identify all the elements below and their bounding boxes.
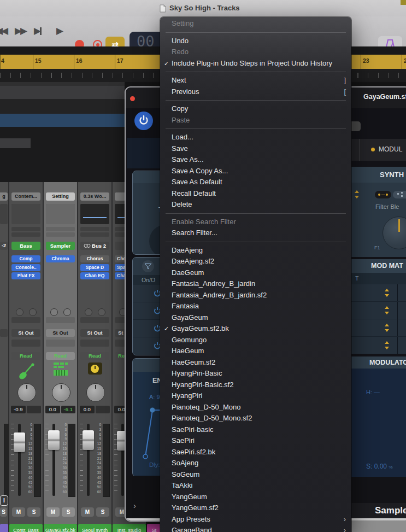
menu-item[interactable]: Save As Default (160, 177, 351, 188)
channel-setting-button[interactable]: g (0, 192, 8, 201)
eq-slot[interactable] (11, 204, 40, 224)
menu-item[interactable]: DaeAjeng.sf2 (160, 256, 351, 267)
filter-parallel-toggle[interactable] (393, 191, 406, 198)
menu-item[interactable]: ✓GayaGeum.sf2.bk (160, 323, 351, 335)
audio-fx-slot[interactable] (46, 232, 75, 237)
output-button[interactable]: St Out (80, 329, 109, 337)
menu-item[interactable]: SaePiri (160, 435, 351, 447)
synth-section-header[interactable]: SYNTH (350, 167, 406, 183)
input-monitor-button[interactable]: I (0, 495, 8, 506)
channel-setting-button[interactable]: Contem... (11, 192, 40, 201)
volume-fader[interactable]: 03691215182124303540455060 (45, 424, 75, 496)
menu-item[interactable]: Copy (160, 103, 351, 115)
send-knobs[interactable] (78, 308, 111, 316)
output-button[interactable]: St Out (46, 329, 75, 337)
menu-item[interactable]: Load... (160, 132, 351, 143)
menu-item[interactable]: SoAjeng (160, 458, 351, 469)
insert-plugin-button[interactable]: Space D (80, 264, 109, 271)
eq-slot[interactable] (46, 204, 75, 224)
insert-plugin-button[interactable]: Chroma (46, 255, 75, 262)
menu-item[interactable]: App Presets› (160, 514, 351, 525)
menu-item[interactable]: Enable Search Filter (160, 217, 351, 228)
automation-mode-button[interactable]: Read (46, 352, 75, 360)
menu-item[interactable]: GarageBand› (160, 525, 351, 532)
menu-item[interactable]: Next] (160, 75, 351, 86)
automation-mode-button[interactable]: Read (11, 352, 40, 360)
menu-item[interactable]: HyangPiri-Basic.sf2 (160, 379, 351, 391)
menu-item[interactable]: GayaGeum (160, 312, 351, 324)
volume-display[interactable]: 0.0 -6.1 (45, 406, 75, 413)
plugin-preset-title[interactable]: GayaGeum.sf (363, 93, 406, 101)
menu-item[interactable]: SaePiri.sf2.bk (160, 447, 351, 458)
volume-fader[interactable]: 03691215182124303540455060 (11, 424, 41, 496)
send-slot[interactable] (11, 317, 40, 323)
insert-plugin-button[interactable]: Phat FX (11, 272, 40, 279)
filter-serial-toggle[interactable] (375, 191, 391, 198)
menu-item[interactable]: Pianoteq_D-50_Mono (160, 402, 351, 413)
fader-cap[interactable] (14, 432, 25, 452)
menu-item[interactable]: Save (160, 143, 351, 155)
pan-knob[interactable] (52, 383, 70, 402)
sustain-value[interactable]: S: 0.00 % (366, 463, 393, 470)
expand-chevron[interactable]: › (133, 501, 136, 510)
filter-blend-knob[interactable] (383, 217, 406, 249)
solo-button[interactable]: S (27, 507, 40, 517)
track-name-label[interactable]: Contr. Bass (9, 524, 43, 532)
fader-cap[interactable] (48, 430, 60, 450)
insert-plugin-button[interactable]: Chan EQ (80, 272, 109, 279)
env-delay-label[interactable]: Dly: (149, 461, 160, 468)
play-button[interactable]: ▶ (56, 24, 62, 38)
modulators-header[interactable]: MODULATO (350, 356, 406, 369)
volume-display[interactable]: -0.9 (11, 406, 41, 413)
filter-icon[interactable] (142, 260, 154, 272)
power-button[interactable] (134, 112, 153, 130)
audio-fx-slot[interactable] (11, 227, 40, 231)
pan-knob[interactable] (86, 383, 105, 402)
mute-button[interactable]: M (46, 507, 60, 517)
menu-item[interactable]: Fantasia (160, 301, 351, 312)
group-slot[interactable] (11, 340, 40, 347)
close-button[interactable] (130, 96, 135, 101)
menu-item[interactable]: SoGeum (160, 469, 351, 481)
fader-cap[interactable] (83, 430, 94, 450)
menu-item[interactable]: Delete (160, 199, 351, 211)
send-knobs[interactable] (9, 308, 43, 316)
channel-input-button[interactable]: Sampler (46, 242, 75, 250)
pan-knob[interactable] (17, 383, 36, 402)
channel-output-button[interactable]: -2 (0, 242, 8, 250)
track-name-label[interactable]: Seoul synth (78, 524, 111, 532)
menu-item[interactable]: Previous[ (160, 86, 351, 98)
menu-item[interactable]: Search Filter... (160, 227, 351, 239)
menu-item[interactable]: TaAkki (160, 480, 351, 492)
menu-item[interactable]: DaeAjeng (160, 245, 351, 256)
channel-input-button[interactable]: Bass (11, 242, 40, 250)
menu-item[interactable]: Undo (160, 36, 351, 47)
menu-item[interactable]: HyangPiri-Basic (160, 368, 351, 379)
menu-item[interactable]: Save A Copy As... (160, 166, 351, 177)
audio-fx-slot[interactable] (11, 232, 40, 237)
stepper-icon[interactable] (384, 324, 390, 332)
insert-plugin-button[interactable]: Console.. (11, 264, 40, 271)
eq-thumbnail[interactable] (80, 204, 109, 224)
solo-button[interactable]: S (0, 507, 7, 517)
menu-item[interactable]: Paste (160, 115, 351, 126)
rewind-button[interactable]: ◀◀ (0, 24, 7, 38)
menu-item[interactable]: Setting (160, 18, 351, 30)
track-name-label[interactable]: Inst. studio (113, 524, 146, 532)
menu-item[interactable]: Recall Default (160, 188, 351, 200)
volume-fader[interactable]: 03691215182124303540455060 (80, 424, 110, 496)
tab-modulation[interactable]: MODUL (379, 145, 402, 153)
menu-item[interactable]: HyangPiri (160, 390, 351, 402)
mute-button[interactable]: M (81, 507, 94, 517)
menu-item[interactable]: Pianoteq_D-50_Mono.sf2 (160, 413, 351, 424)
menu-item[interactable]: ✓Include Plug-in Undo Steps in Project U… (160, 58, 351, 69)
stepper-icon[interactable] (354, 190, 360, 198)
send-slot[interactable] (46, 317, 75, 323)
track-icon-keyboard[interactable] (44, 363, 77, 380)
menu-item[interactable]: Geomungo (160, 335, 351, 346)
menu-item[interactable]: YangGeum (160, 492, 351, 503)
track-name-label[interactable]: St (147, 524, 161, 532)
channel-setting-button[interactable]: 0.3s Wo... (80, 192, 109, 201)
insert-plugin-button[interactable]: Chorus (80, 255, 109, 262)
menu-item[interactable]: HaeGeum (160, 346, 351, 357)
